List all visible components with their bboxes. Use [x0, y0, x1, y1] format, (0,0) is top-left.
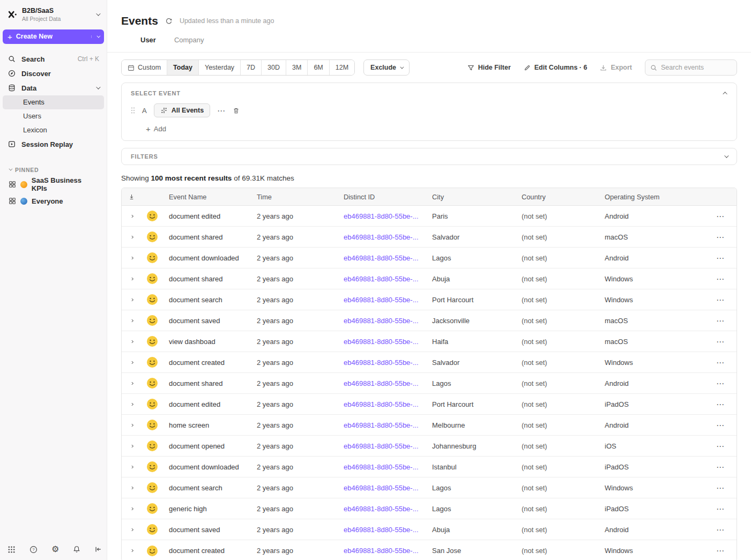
- distinct-id-link[interactable]: eb469881-8d80-55be-...: [338, 379, 427, 387]
- distinct-id-link[interactable]: eb469881-8d80-55be-...: [338, 400, 427, 408]
- sidebar-item-session-replay[interactable]: Session Replay: [3, 137, 104, 152]
- column-header-country[interactable]: Country: [516, 193, 599, 201]
- sidebar-item-events[interactable]: Events: [3, 95, 104, 109]
- expand-row-icon[interactable]: [122, 278, 141, 280]
- sidebar-item-everyone[interactable]: Everyone: [0, 193, 107, 210]
- expand-row-icon[interactable]: [122, 257, 141, 259]
- range-30d-button[interactable]: 30D: [261, 60, 286, 75]
- expand-row-icon[interactable]: [122, 487, 141, 489]
- table-row[interactable]: document opened 2 years ago eb469881-8d8…: [122, 436, 737, 457]
- row-menu-icon[interactable]: ⋯: [704, 338, 737, 346]
- distinct-id-link[interactable]: eb469881-8d80-55be-...: [338, 296, 427, 304]
- row-menu-icon[interactable]: ⋯: [704, 275, 737, 283]
- refresh-icon[interactable]: [165, 17, 173, 25]
- row-menu-icon[interactable]: ⋯: [704, 526, 737, 534]
- column-header-event-name[interactable]: Event Name: [163, 193, 251, 201]
- help-icon[interactable]: ?: [29, 546, 38, 554]
- workspace-switcher[interactable]: B2B/SaaS All Project Data: [0, 0, 107, 28]
- expand-row-icon[interactable]: [122, 361, 141, 364]
- column-header-operating-system[interactable]: Operating System: [599, 193, 704, 201]
- distinct-id-link[interactable]: eb469881-8d80-55be-...: [338, 317, 427, 325]
- range-yesterday-button[interactable]: Yesterday: [198, 60, 240, 75]
- row-menu-icon[interactable]: ⋯: [704, 400, 737, 408]
- expand-row-icon[interactable]: [122, 382, 141, 385]
- range-3m-button[interactable]: 3M: [286, 60, 307, 75]
- distinct-id-link[interactable]: eb469881-8d80-55be-...: [338, 338, 427, 346]
- distinct-id-link[interactable]: eb469881-8d80-55be-...: [338, 442, 427, 450]
- table-row[interactable]: document created 2 years ago eb469881-8d…: [122, 352, 737, 373]
- chevron-down-icon[interactable]: [724, 153, 728, 158]
- table-row[interactable]: home screen 2 years ago eb469881-8d80-55…: [122, 415, 737, 436]
- row-menu-icon[interactable]: ⋯: [704, 442, 737, 450]
- distinct-id-link[interactable]: eb469881-8d80-55be-...: [338, 463, 427, 471]
- distinct-id-link[interactable]: eb469881-8d80-55be-...: [338, 212, 427, 220]
- table-row[interactable]: document search 2 years ago eb469881-8d8…: [122, 289, 737, 310]
- chevron-up-icon[interactable]: [723, 92, 727, 96]
- table-row[interactable]: document shared 2 years ago eb469881-8d8…: [122, 373, 737, 394]
- jump-to-latest-icon[interactable]: [122, 193, 141, 200]
- distinct-id-link[interactable]: eb469881-8d80-55be-...: [338, 505, 427, 513]
- distinct-id-link[interactable]: eb469881-8d80-55be-...: [338, 484, 427, 492]
- row-menu-icon[interactable]: ⋯: [704, 484, 737, 492]
- expand-row-icon[interactable]: [122, 549, 141, 552]
- sidebar-item-lexicon[interactable]: Lexicon: [3, 123, 104, 137]
- row-menu-icon[interactable]: ⋯: [704, 212, 737, 220]
- expand-row-icon[interactable]: [122, 319, 141, 322]
- expand-row-icon[interactable]: [122, 340, 141, 343]
- row-menu-icon[interactable]: ⋯: [704, 317, 737, 325]
- expand-row-icon[interactable]: [122, 215, 141, 218]
- sidebar-item-search[interactable]: Search Ctrl + K: [3, 52, 104, 66]
- create-new-button[interactable]: + Create New: [3, 29, 104, 44]
- table-row[interactable]: view dashboad 2 years ago eb469881-8d80-…: [122, 331, 737, 352]
- expand-row-icon[interactable]: [122, 298, 141, 301]
- range-7d-button[interactable]: 7D: [240, 60, 261, 75]
- add-event-button[interactable]: + Add: [146, 124, 727, 133]
- table-row[interactable]: document edited 2 years ago eb469881-8d8…: [122, 394, 737, 415]
- distinct-id-link[interactable]: eb469881-8d80-55be-...: [338, 526, 427, 534]
- range-12m-button[interactable]: 12M: [329, 60, 354, 75]
- row-menu-icon[interactable]: ⋯: [704, 254, 737, 262]
- table-row[interactable]: document created 2 years ago eb469881-8d…: [122, 540, 737, 560]
- row-menu-icon[interactable]: ⋯: [704, 359, 737, 367]
- search-events-input[interactable]: [661, 64, 732, 71]
- table-row[interactable]: document shared 2 years ago eb469881-8d8…: [122, 268, 737, 289]
- expand-row-icon[interactable]: [122, 445, 141, 447]
- distinct-id-link[interactable]: eb469881-8d80-55be-...: [338, 275, 427, 283]
- table-row[interactable]: document edited 2 years ago eb469881-8d8…: [122, 206, 737, 227]
- range-custom-button[interactable]: Custom: [122, 60, 167, 75]
- column-header-city[interactable]: City: [427, 193, 516, 201]
- sidebar-item-data[interactable]: Data: [3, 81, 104, 95]
- row-menu-icon[interactable]: ⋯: [704, 505, 737, 513]
- drag-handle-icon[interactable]: [131, 107, 135, 114]
- all-events-chip[interactable]: All Events: [154, 103, 210, 117]
- row-menu-icon[interactable]: ⋯: [704, 379, 737, 387]
- table-row[interactable]: generic high 2 years ago eb469881-8d80-5…: [122, 498, 737, 519]
- hide-filter-button[interactable]: Hide Filter: [467, 64, 511, 71]
- row-menu-icon[interactable]: ⋯: [704, 233, 737, 241]
- column-header-distinct-id[interactable]: Distinct ID: [338, 193, 427, 201]
- expand-row-icon[interactable]: [122, 528, 141, 531]
- exclude-dropdown[interactable]: Exclude: [363, 59, 410, 76]
- row-menu-icon[interactable]: ⋯: [704, 463, 737, 471]
- expand-row-icon[interactable]: [122, 424, 141, 427]
- row-menu-icon[interactable]: ⋯: [704, 547, 737, 555]
- table-row[interactable]: document saved 2 years ago eb469881-8d80…: [122, 519, 737, 540]
- tab-company[interactable]: Company: [174, 36, 204, 44]
- create-new-dropdown[interactable]: [91, 35, 99, 38]
- row-menu-icon[interactable]: ⋯: [704, 421, 737, 429]
- table-row[interactable]: document downloaded 2 years ago eb469881…: [122, 457, 737, 477]
- range-today-button[interactable]: Today: [167, 60, 198, 75]
- distinct-id-link[interactable]: eb469881-8d80-55be-...: [338, 254, 427, 262]
- table-row[interactable]: document search 2 years ago eb469881-8d8…: [122, 477, 737, 498]
- pinned-section-header[interactable]: PINNED: [0, 161, 107, 176]
- expand-row-icon[interactable]: [122, 507, 141, 510]
- distinct-id-link[interactable]: eb469881-8d80-55be-...: [338, 359, 427, 367]
- range-6m-button[interactable]: 6M: [307, 60, 329, 75]
- table-row[interactable]: document downloaded 2 years ago eb469881…: [122, 248, 737, 268]
- column-header-time[interactable]: Time: [251, 193, 338, 201]
- row-menu-icon[interactable]: ⋯: [704, 296, 737, 304]
- expand-row-icon[interactable]: [122, 403, 141, 406]
- export-button[interactable]: Export: [600, 64, 632, 71]
- settings-gear-icon[interactable]: ⚙: [51, 545, 59, 554]
- edit-columns-button[interactable]: Edit Columns · 6: [524, 64, 588, 71]
